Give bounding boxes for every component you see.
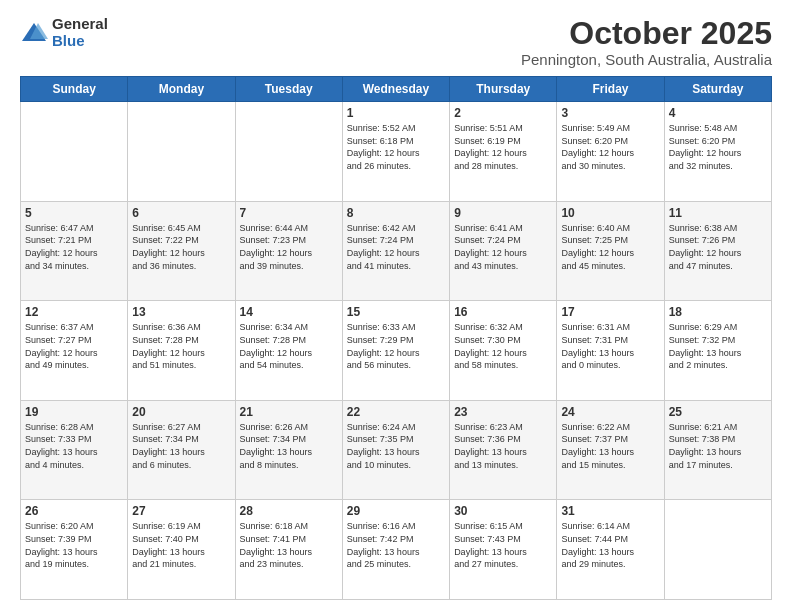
page-header: General Blue October 2025 Pennington, So… xyxy=(20,16,772,68)
page-title: October 2025 xyxy=(521,16,772,51)
calendar-cell: 14Sunrise: 6:34 AM Sunset: 7:28 PM Dayli… xyxy=(235,301,342,401)
calendar-week-row: 12Sunrise: 6:37 AM Sunset: 7:27 PM Dayli… xyxy=(21,301,772,401)
day-info: Sunrise: 6:32 AM Sunset: 7:30 PM Dayligh… xyxy=(454,321,552,371)
day-number: 3 xyxy=(561,106,659,120)
calendar-cell: 18Sunrise: 6:29 AM Sunset: 7:32 PM Dayli… xyxy=(664,301,771,401)
day-number: 2 xyxy=(454,106,552,120)
day-info: Sunrise: 6:19 AM Sunset: 7:40 PM Dayligh… xyxy=(132,520,230,570)
page-subtitle: Pennington, South Australia, Australia xyxy=(521,51,772,68)
day-info: Sunrise: 6:16 AM Sunset: 7:42 PM Dayligh… xyxy=(347,520,445,570)
day-info: Sunrise: 6:20 AM Sunset: 7:39 PM Dayligh… xyxy=(25,520,123,570)
day-info: Sunrise: 6:26 AM Sunset: 7:34 PM Dayligh… xyxy=(240,421,338,471)
day-number: 1 xyxy=(347,106,445,120)
day-info: Sunrise: 6:47 AM Sunset: 7:21 PM Dayligh… xyxy=(25,222,123,272)
logo-blue-text: Blue xyxy=(52,33,108,50)
day-info: Sunrise: 5:52 AM Sunset: 6:18 PM Dayligh… xyxy=(347,122,445,172)
day-number: 10 xyxy=(561,206,659,220)
day-number: 25 xyxy=(669,405,767,419)
calendar-cell: 2Sunrise: 5:51 AM Sunset: 6:19 PM Daylig… xyxy=(450,102,557,202)
calendar-cell: 27Sunrise: 6:19 AM Sunset: 7:40 PM Dayli… xyxy=(128,500,235,600)
day-info: Sunrise: 6:34 AM Sunset: 7:28 PM Dayligh… xyxy=(240,321,338,371)
logo: General Blue xyxy=(20,16,108,49)
day-number: 30 xyxy=(454,504,552,518)
calendar-day-header: Sunday xyxy=(21,77,128,102)
calendar-day-header: Wednesday xyxy=(342,77,449,102)
day-info: Sunrise: 6:41 AM Sunset: 7:24 PM Dayligh… xyxy=(454,222,552,272)
day-number: 8 xyxy=(347,206,445,220)
day-number: 29 xyxy=(347,504,445,518)
day-info: Sunrise: 6:23 AM Sunset: 7:36 PM Dayligh… xyxy=(454,421,552,471)
calendar-cell: 4Sunrise: 5:48 AM Sunset: 6:20 PM Daylig… xyxy=(664,102,771,202)
day-number: 31 xyxy=(561,504,659,518)
day-number: 9 xyxy=(454,206,552,220)
calendar-day-header: Thursday xyxy=(450,77,557,102)
calendar-week-row: 26Sunrise: 6:20 AM Sunset: 7:39 PM Dayli… xyxy=(21,500,772,600)
day-number: 24 xyxy=(561,405,659,419)
calendar-cell: 7Sunrise: 6:44 AM Sunset: 7:23 PM Daylig… xyxy=(235,201,342,301)
calendar-cell: 5Sunrise: 6:47 AM Sunset: 7:21 PM Daylig… xyxy=(21,201,128,301)
calendar-cell: 9Sunrise: 6:41 AM Sunset: 7:24 PM Daylig… xyxy=(450,201,557,301)
logo-text: General Blue xyxy=(52,16,108,49)
calendar-cell: 1Sunrise: 5:52 AM Sunset: 6:18 PM Daylig… xyxy=(342,102,449,202)
day-number: 15 xyxy=(347,305,445,319)
calendar-cell xyxy=(235,102,342,202)
calendar-cell: 10Sunrise: 6:40 AM Sunset: 7:25 PM Dayli… xyxy=(557,201,664,301)
day-number: 18 xyxy=(669,305,767,319)
calendar-cell: 12Sunrise: 6:37 AM Sunset: 7:27 PM Dayli… xyxy=(21,301,128,401)
calendar-cell xyxy=(21,102,128,202)
day-number: 6 xyxy=(132,206,230,220)
calendar-cell: 26Sunrise: 6:20 AM Sunset: 7:39 PM Dayli… xyxy=(21,500,128,600)
calendar-cell: 6Sunrise: 6:45 AM Sunset: 7:22 PM Daylig… xyxy=(128,201,235,301)
calendar-cell: 28Sunrise: 6:18 AM Sunset: 7:41 PM Dayli… xyxy=(235,500,342,600)
day-info: Sunrise: 6:33 AM Sunset: 7:29 PM Dayligh… xyxy=(347,321,445,371)
day-number: 5 xyxy=(25,206,123,220)
day-number: 22 xyxy=(347,405,445,419)
day-info: Sunrise: 6:28 AM Sunset: 7:33 PM Dayligh… xyxy=(25,421,123,471)
calendar-cell: 30Sunrise: 6:15 AM Sunset: 7:43 PM Dayli… xyxy=(450,500,557,600)
day-number: 21 xyxy=(240,405,338,419)
day-info: Sunrise: 6:18 AM Sunset: 7:41 PM Dayligh… xyxy=(240,520,338,570)
day-info: Sunrise: 6:42 AM Sunset: 7:24 PM Dayligh… xyxy=(347,222,445,272)
calendar-cell: 3Sunrise: 5:49 AM Sunset: 6:20 PM Daylig… xyxy=(557,102,664,202)
calendar-cell: 21Sunrise: 6:26 AM Sunset: 7:34 PM Dayli… xyxy=(235,400,342,500)
day-number: 12 xyxy=(25,305,123,319)
day-number: 28 xyxy=(240,504,338,518)
calendar-header-row: SundayMondayTuesdayWednesdayThursdayFrid… xyxy=(21,77,772,102)
day-number: 4 xyxy=(669,106,767,120)
calendar-cell: 20Sunrise: 6:27 AM Sunset: 7:34 PM Dayli… xyxy=(128,400,235,500)
day-number: 14 xyxy=(240,305,338,319)
calendar-cell: 8Sunrise: 6:42 AM Sunset: 7:24 PM Daylig… xyxy=(342,201,449,301)
calendar-cell: 19Sunrise: 6:28 AM Sunset: 7:33 PM Dayli… xyxy=(21,400,128,500)
day-number: 27 xyxy=(132,504,230,518)
calendar-cell: 15Sunrise: 6:33 AM Sunset: 7:29 PM Dayli… xyxy=(342,301,449,401)
day-info: Sunrise: 6:29 AM Sunset: 7:32 PM Dayligh… xyxy=(669,321,767,371)
calendar-cell: 31Sunrise: 6:14 AM Sunset: 7:44 PM Dayli… xyxy=(557,500,664,600)
day-number: 23 xyxy=(454,405,552,419)
day-info: Sunrise: 6:24 AM Sunset: 7:35 PM Dayligh… xyxy=(347,421,445,471)
day-info: Sunrise: 5:49 AM Sunset: 6:20 PM Dayligh… xyxy=(561,122,659,172)
calendar-cell: 24Sunrise: 6:22 AM Sunset: 7:37 PM Dayli… xyxy=(557,400,664,500)
day-number: 20 xyxy=(132,405,230,419)
logo-general-text: General xyxy=(52,16,108,33)
day-info: Sunrise: 6:45 AM Sunset: 7:22 PM Dayligh… xyxy=(132,222,230,272)
day-info: Sunrise: 6:15 AM Sunset: 7:43 PM Dayligh… xyxy=(454,520,552,570)
calendar-cell: 11Sunrise: 6:38 AM Sunset: 7:26 PM Dayli… xyxy=(664,201,771,301)
calendar-week-row: 19Sunrise: 6:28 AM Sunset: 7:33 PM Dayli… xyxy=(21,400,772,500)
calendar-cell: 16Sunrise: 6:32 AM Sunset: 7:30 PM Dayli… xyxy=(450,301,557,401)
day-info: Sunrise: 6:38 AM Sunset: 7:26 PM Dayligh… xyxy=(669,222,767,272)
day-number: 7 xyxy=(240,206,338,220)
title-block: October 2025 Pennington, South Australia… xyxy=(521,16,772,68)
day-info: Sunrise: 5:51 AM Sunset: 6:19 PM Dayligh… xyxy=(454,122,552,172)
day-number: 17 xyxy=(561,305,659,319)
day-info: Sunrise: 6:27 AM Sunset: 7:34 PM Dayligh… xyxy=(132,421,230,471)
day-info: Sunrise: 6:31 AM Sunset: 7:31 PM Dayligh… xyxy=(561,321,659,371)
day-info: Sunrise: 6:14 AM Sunset: 7:44 PM Dayligh… xyxy=(561,520,659,570)
day-number: 13 xyxy=(132,305,230,319)
day-info: Sunrise: 6:21 AM Sunset: 7:38 PM Dayligh… xyxy=(669,421,767,471)
day-info: Sunrise: 6:22 AM Sunset: 7:37 PM Dayligh… xyxy=(561,421,659,471)
day-info: Sunrise: 6:40 AM Sunset: 7:25 PM Dayligh… xyxy=(561,222,659,272)
calendar-week-row: 5Sunrise: 6:47 AM Sunset: 7:21 PM Daylig… xyxy=(21,201,772,301)
calendar-cell xyxy=(128,102,235,202)
calendar-cell: 29Sunrise: 6:16 AM Sunset: 7:42 PM Dayli… xyxy=(342,500,449,600)
calendar-cell: 13Sunrise: 6:36 AM Sunset: 7:28 PM Dayli… xyxy=(128,301,235,401)
